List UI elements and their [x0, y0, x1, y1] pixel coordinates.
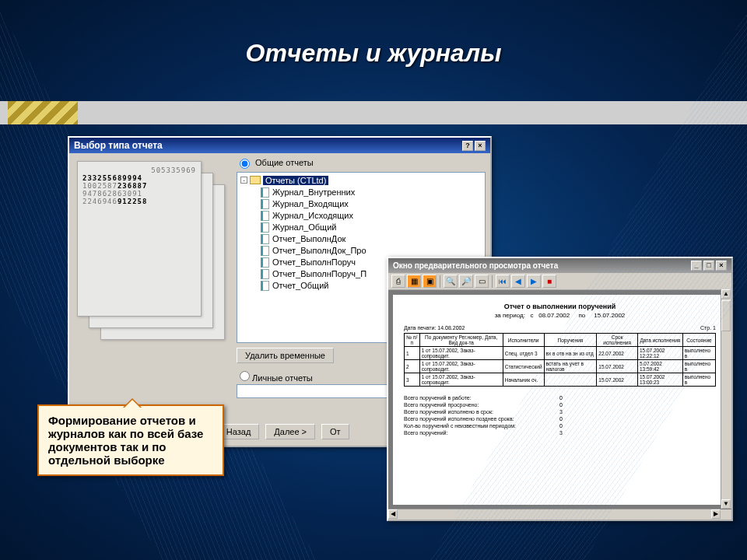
- scroll-down-icon[interactable]: ▼: [721, 499, 731, 509]
- num: 2246946: [82, 198, 117, 205]
- document-area: Отчет о выполнении поручений за период: …: [388, 290, 731, 509]
- document-icon: [261, 269, 269, 279]
- win2-title: Окно предварительного просмотра отчета: [393, 261, 558, 270]
- tree-item[interactable]: Журнал_Внутренних: [240, 187, 482, 198]
- tree-root-label: Отчеты (CTLtd): [263, 176, 328, 185]
- num: 1002587: [82, 182, 117, 190]
- scroll-left-icon[interactable]: ◀: [388, 509, 398, 519]
- stop-icon[interactable]: ■: [542, 275, 556, 288]
- table-row: 21 от 15.07.2002, Заказ-сопроводит.Стати…: [405, 360, 716, 373]
- close-button[interactable]: ×: [716, 261, 727, 271]
- tree-item-label: Журнал_Входящих: [272, 199, 349, 208]
- tree-item[interactable]: Отчет_ВыполнДок: [240, 233, 482, 245]
- page-number: Стр. 1: [700, 325, 716, 331]
- document-icon: [261, 234, 269, 244]
- num: 912258: [117, 198, 148, 205]
- next-button[interactable]: Далее >: [265, 424, 315, 439]
- first-page-icon[interactable]: ⏮: [496, 275, 510, 288]
- radio-common-label: Общие отчеты: [255, 158, 314, 167]
- radio-personal[interactable]: [240, 371, 250, 381]
- help-button[interactable]: ?: [462, 141, 473, 151]
- callout-box: Формирование отчетов и журналов как по в…: [37, 404, 224, 476]
- scroll-thumb[interactable]: [721, 300, 731, 331]
- tree-item[interactable]: Журнал_Исходящих: [240, 210, 482, 222]
- tree-item-label: Отчет_ВыполнДок_Про: [272, 246, 366, 255]
- save-icon[interactable]: ▣: [423, 275, 437, 288]
- zoom-in-icon[interactable]: 🔍: [444, 275, 458, 288]
- radio-common-reports[interactable]: Общие отчеты: [237, 156, 486, 172]
- decorative-band: [0, 101, 747, 124]
- vertical-scrollbar[interactable]: ▲ ▼: [721, 289, 731, 509]
- tree-item-label: Журнал_Исходящих: [272, 211, 353, 220]
- toolbar: ⎙ ▦ ▣ 🔍 🔎 ▭ ⏮ ◀ ▶ ■: [388, 273, 731, 290]
- tree-item-label: Отчет_Общий: [272, 281, 328, 290]
- radio-common[interactable]: [240, 159, 250, 169]
- expand-icon[interactable]: -: [240, 177, 247, 184]
- delete-temp-button[interactable]: Удалить временные: [237, 348, 334, 363]
- document-icon: [261, 187, 269, 198]
- preview-window: Окно предварительного просмотра отчета _…: [387, 257, 733, 521]
- tree-root[interactable]: - Отчеты (CTLtd): [240, 176, 482, 185]
- win1-title: Выбор типа отчета: [74, 140, 163, 151]
- fit-icon[interactable]: ▭: [475, 275, 489, 288]
- report-title: Отчет о выполнении поручений: [404, 303, 716, 310]
- radio-personal-label: Личные отчеты: [252, 373, 313, 383]
- minimize-button[interactable]: _: [691, 261, 702, 271]
- cancel-button[interactable]: От: [321, 424, 349, 439]
- table-row: 31 от 15.07.2002, Заказ-сопроводит.Начал…: [405, 373, 716, 387]
- close-button[interactable]: ×: [475, 141, 486, 151]
- tree-item-label: Журнал_Общий: [272, 222, 336, 232]
- horizontal-scrollbar[interactable]: ◀ ▶: [388, 509, 721, 520]
- scroll-up-icon[interactable]: ▲: [721, 289, 731, 299]
- document-icon: [261, 281, 269, 291]
- num: 505335969: [82, 166, 196, 174]
- folder-icon: [250, 176, 261, 184]
- scroll-right-icon[interactable]: ▶: [711, 509, 721, 519]
- report-page: Отчет о выполнении поручений за период: …: [393, 295, 727, 505]
- zoom-out-icon[interactable]: 🔎: [459, 275, 473, 288]
- report-summary: Всего поручений в работе:0Всего поручени…: [404, 394, 716, 436]
- table-row: 11 от 15.07.2002, Заказ-сопроводит.Спец.…: [405, 347, 716, 360]
- num: 947862863091: [82, 190, 196, 198]
- document-icon: [261, 246, 269, 256]
- preview-pane: 78628630 694093922 947862863091 22469469…: [69, 153, 237, 422]
- document-icon: [261, 211, 269, 221]
- tree-item[interactable]: Журнал_Входящих: [240, 198, 482, 210]
- prev-page-icon[interactable]: ◀: [511, 275, 525, 288]
- tree-item[interactable]: Отчет_ВыполнДок_Про: [240, 245, 482, 257]
- document-icon: [261, 257, 269, 268]
- maximize-button[interactable]: □: [703, 261, 714, 271]
- report-table: № п/пПо документу Рег.номер, Дата, Вид д…: [404, 333, 716, 387]
- next-page-icon[interactable]: ▶: [527, 275, 541, 288]
- export-icon[interactable]: ▦: [407, 275, 421, 288]
- slide-title: Отчеты и журналы: [0, 39, 747, 68]
- callout-text: Формирование отчетов и журналов как по в…: [48, 414, 203, 467]
- tree-item[interactable]: Журнал_Общий: [240, 222, 482, 233]
- win2-titlebar[interactable]: Окно предварительного просмотра отчета _…: [388, 258, 731, 273]
- tree-item-label: Журнал_Внутренних: [272, 187, 355, 197]
- tree-item-label: Отчет_ВыполнПоруч_П: [272, 269, 366, 278]
- tree-item-label: Отчет_ВыполнДок: [272, 234, 345, 243]
- document-icon: [261, 222, 269, 233]
- num: 233255689994: [82, 174, 142, 182]
- win1-titlebar[interactable]: Выбор типа отчета ? ×: [69, 138, 490, 153]
- print-icon[interactable]: ⎙: [391, 275, 405, 288]
- print-date: Дата печати: 14.08.2002: [404, 325, 465, 331]
- document-icon: [261, 199, 269, 209]
- report-period: за период: с 08.07.2002 по 15.07.2002: [404, 312, 716, 319]
- tree-item-label: Отчет_ВыполнПоруч: [272, 257, 356, 267]
- num: 236887: [117, 182, 148, 190]
